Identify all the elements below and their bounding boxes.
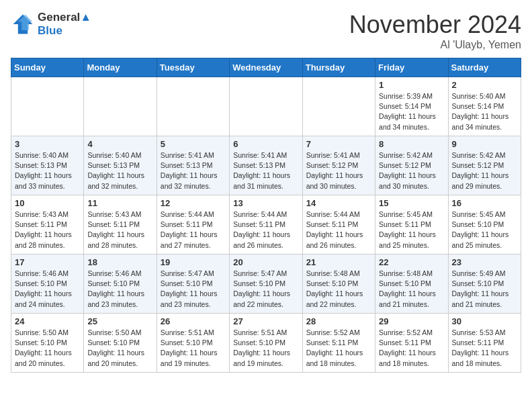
day-info: Sunrise: 5:50 AM Sunset: 5:10 PM Dayligh… [15, 328, 80, 369]
day-number: 7 [306, 139, 371, 149]
day-info: Sunrise: 5:42 AM Sunset: 5:12 PM Dayligh… [452, 150, 517, 191]
day-info: Sunrise: 5:42 AM Sunset: 5:12 PM Dayligh… [379, 150, 444, 191]
day-info: Sunrise: 5:40 AM Sunset: 5:13 PM Dayligh… [87, 150, 152, 191]
day-info: Sunrise: 5:52 AM Sunset: 5:11 PM Dayligh… [379, 328, 444, 369]
day-info: Sunrise: 5:41 AM Sunset: 5:13 PM Dayligh… [161, 150, 226, 191]
day-info: Sunrise: 5:43 AM Sunset: 5:11 PM Dayligh… [87, 210, 152, 250]
day-info: Sunrise: 5:47 AM Sunset: 5:10 PM Dayligh… [161, 269, 226, 310]
calendar-cell: 3Sunrise: 5:40 AM Sunset: 5:13 PM Daylig… [11, 136, 84, 195]
day-info: Sunrise: 5:43 AM Sunset: 5:11 PM Dayligh… [15, 210, 80, 250]
calendar-cell: 14Sunrise: 5:44 AM Sunset: 5:11 PM Dayli… [302, 195, 375, 255]
weekday-header-monday: Monday [84, 58, 157, 77]
day-number: 12 [161, 198, 226, 208]
calendar-cell: 21Sunrise: 5:48 AM Sunset: 5:10 PM Dayli… [302, 255, 375, 314]
calendar-cell: 19Sunrise: 5:47 AM Sunset: 5:10 PM Dayli… [157, 255, 229, 314]
calendar-cell [230, 77, 302, 136]
day-info: Sunrise: 5:46 AM Sunset: 5:10 PM Dayligh… [87, 269, 152, 310]
day-number: 16 [452, 198, 517, 208]
day-number: 10 [15, 198, 80, 208]
day-info: Sunrise: 5:49 AM Sunset: 5:10 PM Dayligh… [452, 269, 517, 310]
calendar-cell: 26Sunrise: 5:51 AM Sunset: 5:10 PM Dayli… [157, 314, 229, 373]
day-number: 4 [87, 139, 152, 149]
day-number: 11 [87, 198, 152, 208]
calendar-cell: 7Sunrise: 5:41 AM Sunset: 5:12 PM Daylig… [302, 136, 375, 195]
day-info: Sunrise: 5:53 AM Sunset: 5:11 PM Dayligh… [452, 328, 517, 369]
weekday-header-sunday: Sunday [11, 58, 84, 77]
calendar-cell: 25Sunrise: 5:50 AM Sunset: 5:10 PM Dayli… [84, 314, 157, 373]
day-number: 8 [379, 139, 444, 149]
weekday-header-thursday: Thursday [302, 58, 375, 77]
calendar-cell: 4Sunrise: 5:40 AM Sunset: 5:13 PM Daylig… [84, 136, 157, 195]
day-number: 13 [233, 198, 298, 208]
calendar-cell: 28Sunrise: 5:52 AM Sunset: 5:11 PM Dayli… [302, 314, 375, 373]
calendar-cell: 29Sunrise: 5:52 AM Sunset: 5:11 PM Dayli… [375, 314, 448, 373]
calendar-cell: 13Sunrise: 5:44 AM Sunset: 5:11 PM Dayli… [230, 195, 302, 255]
day-info: Sunrise: 5:46 AM Sunset: 5:10 PM Dayligh… [15, 269, 80, 310]
day-number: 22 [379, 257, 444, 267]
day-info: Sunrise: 5:45 AM Sunset: 5:10 PM Dayligh… [452, 210, 517, 250]
logo: General▲ Blue [11, 11, 91, 38]
day-info: Sunrise: 5:48 AM Sunset: 5:10 PM Dayligh… [306, 269, 371, 310]
calendar-cell: 24Sunrise: 5:50 AM Sunset: 5:10 PM Dayli… [11, 314, 84, 373]
calendar-cell: 27Sunrise: 5:51 AM Sunset: 5:10 PM Dayli… [230, 314, 302, 373]
day-info: Sunrise: 5:41 AM Sunset: 5:13 PM Dayligh… [233, 150, 298, 191]
day-number: 17 [15, 257, 80, 267]
day-info: Sunrise: 5:50 AM Sunset: 5:10 PM Dayligh… [87, 328, 152, 369]
logo-text: General▲ Blue [38, 11, 91, 38]
calendar-table: SundayMondayTuesdayWednesdayThursdayFrid… [11, 58, 521, 373]
day-number: 27 [233, 316, 298, 326]
page-header: General▲ Blue November 2024 Al 'Ulayb, Y… [11, 11, 521, 51]
month-title: November 2024 [349, 11, 521, 39]
day-number: 26 [161, 316, 226, 326]
day-number: 25 [87, 316, 152, 326]
day-number: 14 [306, 198, 371, 208]
calendar-cell [84, 77, 157, 136]
day-info: Sunrise: 5:39 AM Sunset: 5:14 PM Dayligh… [379, 91, 444, 132]
day-info: Sunrise: 5:41 AM Sunset: 5:12 PM Dayligh… [306, 150, 371, 191]
calendar-cell: 5Sunrise: 5:41 AM Sunset: 5:13 PM Daylig… [157, 136, 229, 195]
calendar-cell: 20Sunrise: 5:47 AM Sunset: 5:10 PM Dayli… [230, 255, 302, 314]
day-number: 24 [15, 316, 80, 326]
calendar-cell: 10Sunrise: 5:43 AM Sunset: 5:11 PM Dayli… [11, 195, 84, 255]
calendar-cell: 18Sunrise: 5:46 AM Sunset: 5:10 PM Dayli… [84, 255, 157, 314]
day-number: 2 [452, 80, 517, 90]
weekday-header-tuesday: Tuesday [157, 58, 229, 77]
calendar-cell: 9Sunrise: 5:42 AM Sunset: 5:12 PM Daylig… [448, 136, 521, 195]
calendar-cell: 22Sunrise: 5:48 AM Sunset: 5:10 PM Dayli… [375, 255, 448, 314]
day-number: 21 [306, 257, 371, 267]
day-info: Sunrise: 5:52 AM Sunset: 5:11 PM Dayligh… [306, 328, 371, 369]
calendar-cell: 6Sunrise: 5:41 AM Sunset: 5:13 PM Daylig… [230, 136, 302, 195]
day-info: Sunrise: 5:44 AM Sunset: 5:11 PM Dayligh… [306, 210, 371, 250]
calendar-cell: 1Sunrise: 5:39 AM Sunset: 5:14 PM Daylig… [375, 77, 448, 136]
calendar-cell: 16Sunrise: 5:45 AM Sunset: 5:10 PM Dayli… [448, 195, 521, 255]
day-info: Sunrise: 5:40 AM Sunset: 5:14 PM Dayligh… [452, 91, 517, 132]
day-number: 29 [379, 316, 444, 326]
weekday-header-saturday: Saturday [448, 58, 521, 77]
day-info: Sunrise: 5:51 AM Sunset: 5:10 PM Dayligh… [161, 328, 226, 369]
calendar-cell: 2Sunrise: 5:40 AM Sunset: 5:14 PM Daylig… [448, 77, 521, 136]
day-number: 15 [379, 198, 444, 208]
calendar-cell [11, 77, 84, 136]
day-number: 18 [87, 257, 152, 267]
weekday-header-wednesday: Wednesday [230, 58, 302, 77]
day-number: 23 [452, 257, 517, 267]
day-number: 20 [233, 257, 298, 267]
calendar-cell: 12Sunrise: 5:44 AM Sunset: 5:11 PM Dayli… [157, 195, 229, 255]
calendar-cell: 23Sunrise: 5:49 AM Sunset: 5:10 PM Dayli… [448, 255, 521, 314]
day-number: 19 [161, 257, 226, 267]
day-info: Sunrise: 5:45 AM Sunset: 5:11 PM Dayligh… [379, 210, 444, 250]
day-info: Sunrise: 5:44 AM Sunset: 5:11 PM Dayligh… [233, 210, 298, 250]
day-number: 30 [452, 316, 517, 326]
day-info: Sunrise: 5:44 AM Sunset: 5:11 PM Dayligh… [161, 210, 226, 250]
day-info: Sunrise: 5:40 AM Sunset: 5:13 PM Dayligh… [15, 150, 80, 191]
day-info: Sunrise: 5:48 AM Sunset: 5:10 PM Dayligh… [379, 269, 444, 310]
weekday-header-friday: Friday [375, 58, 448, 77]
location: Al 'Ulayb, Yemen [349, 39, 521, 51]
calendar-cell: 15Sunrise: 5:45 AM Sunset: 5:11 PM Dayli… [375, 195, 448, 255]
logo-icon [11, 12, 35, 36]
day-info: Sunrise: 5:47 AM Sunset: 5:10 PM Dayligh… [233, 269, 298, 310]
day-number: 9 [452, 139, 517, 149]
day-number: 3 [15, 139, 80, 149]
day-number: 6 [233, 139, 298, 149]
calendar-cell: 17Sunrise: 5:46 AM Sunset: 5:10 PM Dayli… [11, 255, 84, 314]
